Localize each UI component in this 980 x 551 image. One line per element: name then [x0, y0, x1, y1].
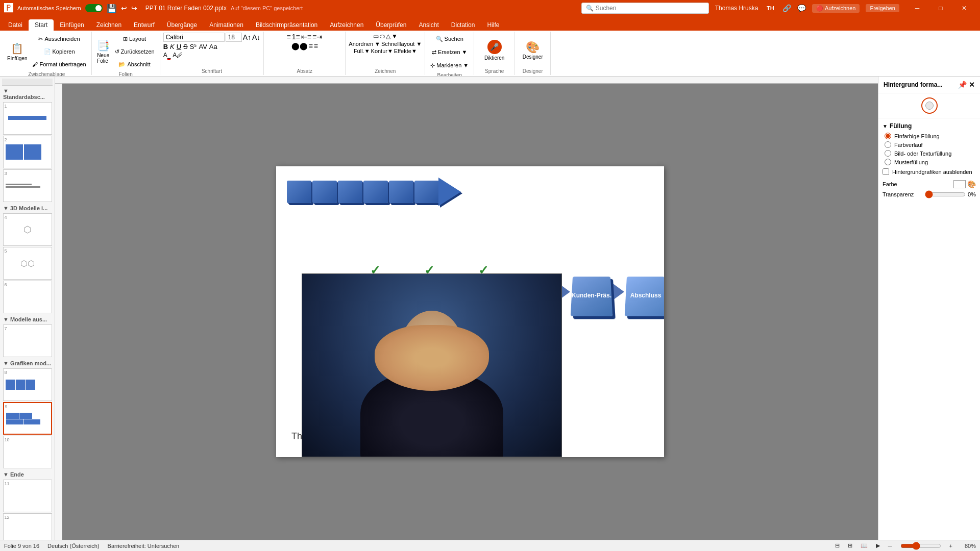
color-circle[interactable] [921, 97, 938, 114]
radio-bild-input[interactable] [885, 150, 891, 157]
language-status[interactable]: Deutsch (Österreich) [47, 543, 99, 549]
italic-button[interactable]: K [170, 43, 175, 51]
radio-farbverlauf[interactable]: Farbverlauf [885, 141, 976, 148]
view-reading-icon[interactable]: 📖 [861, 542, 868, 549]
slide-thumb-5[interactable]: 5 ⬡⬡ [3, 247, 52, 280]
radio-einfache-input[interactable] [885, 133, 891, 139]
panel-close-button[interactable]: ✕ [969, 81, 975, 89]
close-button[interactable]: ✕ [952, 0, 976, 16]
font-size-selector[interactable]: 18 [226, 33, 242, 42]
bold-button[interactable]: B [163, 43, 168, 51]
font-color-button[interactable]: A_ [163, 52, 171, 59]
hintergrundgrafiken-checkbox-row[interactable]: Hintergrundgrafiken ausblenden [883, 168, 976, 175]
radio-muster[interactable]: Musterfüllung [885, 159, 976, 165]
suchen-button[interactable]: 🔍 Suchen [434, 33, 465, 45]
tab-entwurf[interactable]: Entwurf [128, 19, 161, 31]
record-btn[interactable]: 🔴 Aufzeichnen [812, 4, 860, 13]
proc-abschluss[interactable]: Abschluss [626, 263, 664, 315]
slide-panel[interactable]: ▼ Standardabsc... 1 2 3 [0, 77, 55, 540]
view-sorter-icon[interactable]: ⊞ [848, 542, 852, 549]
tab-aufzeichnen[interactable]: Aufzeichnen [324, 19, 370, 31]
zoom-out-button[interactable]: ─ [888, 543, 892, 549]
color-picker-icon[interactable]: 🎨 [967, 180, 976, 188]
slide-thumb-2[interactable]: 2 [3, 136, 52, 168]
color-swatch[interactable] [953, 180, 966, 188]
layout-button[interactable]: ⊞ Layout [113, 33, 157, 45]
format-uebertragen-button[interactable]: 🖌 Format übertragen [30, 58, 88, 70]
font-family-selector[interactable]: Calibri [163, 33, 225, 42]
diktieren-button[interactable]: 🎤 Diktieren [480, 36, 509, 64]
radio-farbverlauf-input[interactable] [885, 141, 891, 148]
designer-button[interactable]: 🎨 Designer [519, 36, 547, 64]
bullet-list-button[interactable]: ≡ [287, 33, 291, 41]
tab-animationen[interactable]: Animationen [203, 19, 250, 31]
slide-page[interactable]: ✓ Arbeitspaket 1 ✓ Meilenstein ✓ [276, 166, 664, 457]
tab-hilfe[interactable]: Hilfe [481, 19, 505, 31]
kopieren-button[interactable]: 📄 Kopieren [30, 45, 88, 58]
slide-thumb-6[interactable]: 6 [3, 281, 52, 313]
slide-thumb-1[interactable]: 1 [3, 102, 52, 135]
tab-start[interactable]: Start [29, 19, 54, 31]
font-decrease-button[interactable]: A↓ [252, 33, 260, 41]
shadow-button[interactable]: S⁵ [190, 43, 197, 51]
ausschneiden-button[interactable]: ✂ Ausschneiden [30, 33, 88, 45]
pin-button[interactable]: 📌 [958, 81, 967, 89]
ersetzen-button[interactable]: ⇄ Ersetzen ▼ [430, 46, 469, 58]
user-avatar[interactable]: TH [764, 2, 776, 14]
hintergrundgrafiken-checkbox[interactable] [883, 168, 889, 175]
slide-thumb-7[interactable]: 7 [3, 324, 52, 357]
radio-bild[interactable]: Bild- oder Texturfüllung [885, 150, 976, 157]
underline-button[interactable]: U [177, 43, 181, 51]
shape-tri[interactable]: △ [386, 33, 390, 40]
slide-thumb-8[interactable]: 8 [3, 368, 52, 401]
toolbar-undo[interactable]: ↩ [121, 4, 127, 12]
indent-increase-button[interactable]: ≡⇥ [312, 33, 323, 41]
align-right-button[interactable]: ≡ [314, 42, 318, 50]
indent-decrease-button[interactable]: ⇤≡ [301, 33, 311, 41]
align-center-button[interactable]: ≡ [309, 42, 313, 50]
search-bar[interactable]: 🔍 [581, 3, 709, 14]
neue-folie-button[interactable]: 📑 NeueFolie [95, 37, 112, 66]
tab-zeichnen[interactable]: Zeichnen [90, 19, 128, 31]
slide-thumb-12[interactable]: 12 [3, 513, 52, 540]
shape-more[interactable]: ▼ [391, 33, 398, 40]
abschnitt-button[interactable]: 📂 Abschnitt [113, 58, 157, 70]
schnelllayout-button[interactable]: Schnelllayout ▼ [381, 41, 422, 47]
tab-ueberpruefen[interactable]: Überprüfen [370, 19, 412, 31]
font-increase-button[interactable]: A↑ [243, 33, 251, 41]
radio-muster-input[interactable] [885, 159, 891, 165]
autosave-toggle[interactable] [85, 4, 103, 12]
proc-kp[interactable]: Kunden-Präs. [572, 263, 611, 315]
maximize-button[interactable]: □ [929, 0, 952, 16]
markieren-button[interactable]: ⊹ Markieren ▼ [428, 59, 471, 71]
tab-datei[interactable]: Datei [2, 19, 29, 31]
slide-thumb-9[interactable]: 9 [3, 402, 52, 435]
accessibility-status[interactable]: Barrierefreiheit: Untersuchen [108, 543, 180, 549]
tab-praesentation[interactable]: Bildschirmpräsentation [250, 19, 324, 31]
slide-thumb-11[interactable]: 11 [3, 480, 52, 512]
strikethrough-button[interactable]: S [183, 43, 188, 51]
formkontur-button[interactable]: Kontur▼ [371, 48, 393, 54]
text-case-button[interactable]: Aa [209, 43, 217, 51]
zoom-slider[interactable] [900, 542, 941, 550]
zuruecksetzen-button[interactable]: ↺ Zurücksetzen [113, 45, 157, 58]
slide-thumb-10[interactable]: 10 [3, 436, 52, 468]
slide-canvas[interactable]: ✓ Arbeitspaket 1 ✓ Meilenstein ✓ [62, 84, 878, 540]
fuellfarbe-button[interactable]: Füll.▼ [354, 48, 370, 54]
numbered-list-button[interactable]: 1≡ [292, 33, 300, 41]
search-input[interactable] [596, 5, 704, 12]
highlight-button[interactable]: A🖊 [173, 52, 183, 59]
transparency-slider[interactable] [925, 190, 966, 198]
radio-einfache[interactable]: Einfarbige Füllung [885, 133, 976, 139]
collapse-icon[interactable]: ▼ [883, 123, 888, 129]
tab-einfuegen[interactable]: Einfügen [54, 19, 90, 31]
minimize-button[interactable]: ─ [905, 0, 929, 16]
tab-uebergaenge[interactable]: Übergänge [161, 19, 203, 31]
shape-oval[interactable]: ⬭ [380, 33, 385, 40]
view-normal-icon[interactable]: ⊟ [835, 542, 840, 549]
slide-thumb-4[interactable]: 4 ⬡ [3, 213, 52, 246]
tab-dictation[interactable]: Dictation [445, 19, 481, 31]
char-spacing-button[interactable]: AV [199, 43, 207, 51]
zoom-in-button[interactable]: + [949, 543, 952, 549]
view-slideshow-icon[interactable]: ▶ [876, 542, 880, 549]
